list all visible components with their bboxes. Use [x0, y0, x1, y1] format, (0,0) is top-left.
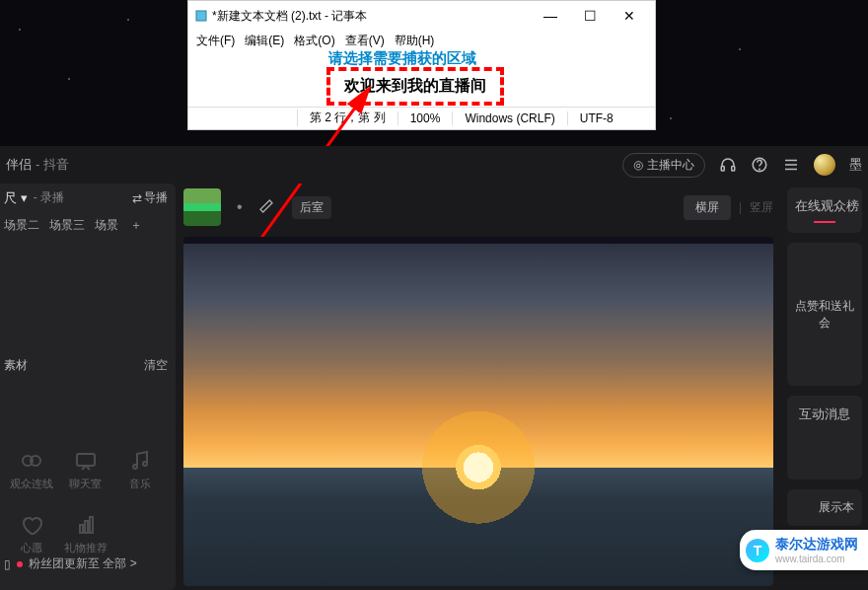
- material-section: 素材: [4, 357, 28, 374]
- broadcast-center-icon: ◎: [633, 158, 643, 172]
- notepad-statusbar: 第 2 行，第 列 100% Windows (CRLF) UTF-8: [188, 107, 655, 128]
- product-name: 伴侣: [6, 156, 32, 174]
- audience-list-card[interactable]: 在线观众榜: [787, 187, 862, 233]
- chatroom-button[interactable]: 聊天室: [58, 449, 112, 491]
- svg-rect-2: [721, 167, 724, 172]
- scene-thumbnail[interactable]: [183, 188, 221, 226]
- headset-icon[interactable]: [719, 156, 737, 174]
- edit-icon[interactable]: [258, 198, 276, 216]
- wish-button[interactable]: 心愿: [4, 513, 58, 555]
- svg-rect-3: [732, 167, 735, 172]
- close-button[interactable]: ✕: [610, 2, 649, 30]
- scene-tab-3[interactable]: 场景三: [49, 217, 85, 234]
- app-topbar: 伴侣 - 抖音 ◎ 主播中心 墨: [0, 146, 868, 184]
- broadcast-center-button[interactable]: ◎ 主播中心: [622, 153, 705, 178]
- broadcast-center-label: 主播中心: [647, 157, 694, 174]
- minimize-button[interactable]: —: [531, 2, 570, 30]
- director-button[interactable]: ⇄ 导播: [132, 189, 168, 206]
- svg-rect-14: [80, 525, 83, 533]
- gift-button[interactable]: 礼物推荐: [58, 513, 112, 555]
- title-dot: •: [237, 198, 243, 216]
- svg-rect-11: [77, 454, 95, 466]
- notepad-body[interactable]: 请选择需要捕获的区域 欢迎来到我的直播间: [188, 51, 655, 107]
- update-dot-icon: [17, 561, 23, 567]
- preview-canvas[interactable]: [183, 237, 773, 586]
- status-zoom: 100%: [398, 111, 453, 125]
- notepad-window: *新建文本文档 (2).txt - 记事本 — ☐ ✕ 文件(F) 编辑(E) …: [187, 0, 656, 130]
- watermark-url: www.tairda.com: [775, 553, 858, 564]
- svg-rect-15: [85, 521, 88, 533]
- sidebar-footer[interactable]: ▯ 粉丝团更新至 全部 >: [4, 555, 168, 580]
- left-sidebar: 尺 ▾ - 录播 ⇄ 导播 场景二 场景三 场景 ＋ 素材 清空 观众连线 聊天…: [0, 184, 176, 590]
- notepad-menu: 文件(F) 编辑(E) 格式(O) 查看(V) 帮助(H): [188, 31, 655, 51]
- brand-suffix: - 抖音: [36, 156, 69, 174]
- scene-tab-more[interactable]: 场景: [95, 217, 118, 234]
- menu-view[interactable]: 查看(V): [345, 33, 385, 49]
- interact-card[interactable]: 互动消息: [787, 396, 862, 479]
- clear-button[interactable]: 清空: [144, 357, 168, 374]
- scene-tab-2[interactable]: 场景二: [4, 217, 39, 234]
- audience-list-title: 在线观众榜: [795, 197, 854, 215]
- notepad-titlebar[interactable]: *新建文本文档 (2).txt - 记事本 — ☐ ✕: [188, 1, 655, 31]
- capture-selection[interactable]: 欢迎来到我的直播间: [326, 67, 504, 106]
- footer-left-icon: ▯: [4, 557, 11, 571]
- interact-title: 互动消息: [795, 406, 854, 423]
- avatar[interactable]: [814, 154, 835, 176]
- menu-help[interactable]: 帮助(H): [395, 33, 435, 49]
- likes-gifts-card[interactable]: 点赞和送礼会: [787, 243, 862, 386]
- svg-point-12: [133, 465, 137, 469]
- status-eol: Windows (CRLF): [452, 111, 566, 125]
- svg-point-13: [143, 462, 147, 466]
- audience-connect-button[interactable]: 观众连线: [4, 449, 58, 491]
- menu-icon[interactable]: [782, 156, 800, 174]
- watermark-logo: T 泰尔达游戏网 www.tairda.com: [740, 530, 868, 570]
- svg-point-5: [760, 169, 760, 170]
- footer-text: 粉丝团更新至 全部 >: [29, 555, 137, 572]
- show-label: 展示本: [819, 499, 854, 516]
- after-room-badge[interactable]: 后室: [292, 196, 331, 219]
- orientation-horizontal[interactable]: 横屏: [684, 195, 731, 220]
- main-panel: • 后室 横屏 | 竖屏: [176, 184, 781, 590]
- watermark-name: 泰尔达游戏网: [775, 536, 858, 552]
- show-card[interactable]: 展示本: [787, 489, 862, 526]
- maximize-button[interactable]: ☐: [570, 2, 610, 30]
- status-enc: UTF-8: [567, 111, 625, 125]
- active-underline: [814, 221, 835, 223]
- svg-rect-16: [90, 517, 93, 533]
- capture-hint: 请选择需要捕获的区域: [328, 49, 476, 68]
- help-icon[interactable]: [751, 156, 768, 174]
- menu-edit[interactable]: 编辑(E): [245, 33, 284, 49]
- notepad-title: *新建文本文档 (2).txt - 记事本: [212, 8, 531, 25]
- svg-rect-0: [196, 11, 206, 21]
- stream-type: - 录播: [34, 189, 64, 206]
- scene-tabs: 场景二 场景三 场景 ＋: [4, 217, 168, 234]
- likes-gifts-label: 点赞和送礼会: [795, 298, 854, 332]
- orientation-vertical[interactable]: 竖屏: [750, 199, 773, 216]
- music-button[interactable]: 音乐: [113, 449, 168, 491]
- menu-format[interactable]: 格式(O): [294, 33, 334, 49]
- notepad-icon: [194, 9, 208, 23]
- username: 墨: [849, 156, 862, 174]
- watermark-icon: T: [746, 539, 769, 562]
- mode-dropdown[interactable]: 尺 ▾: [4, 189, 28, 207]
- status-pos: 第 2 行，第 列: [297, 110, 398, 126]
- add-scene-button[interactable]: ＋: [130, 217, 142, 234]
- menu-file[interactable]: 文件(F): [196, 33, 235, 49]
